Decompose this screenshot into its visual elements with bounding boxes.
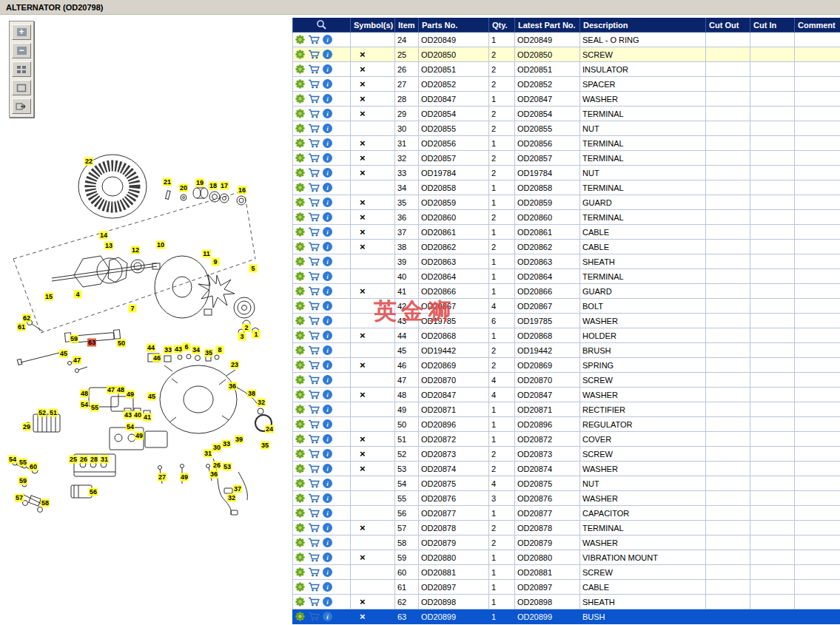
table-row[interactable]: × 25 OD20850 2 OD20850 SCREW xyxy=(293,47,840,62)
header-comment[interactable]: Comment xyxy=(795,18,840,33)
part-label-17[interactable]: 17 xyxy=(220,182,229,190)
gear-icon[interactable] xyxy=(295,612,305,621)
cart-icon[interactable] xyxy=(308,479,320,488)
info-icon[interactable] xyxy=(323,212,332,222)
table-row[interactable]: × 35 OD20859 1 OD20859 GUARD xyxy=(293,195,840,210)
gear-icon[interactable] xyxy=(295,419,305,429)
part-label-55[interactable]: 55 xyxy=(19,459,27,467)
cart-icon[interactable] xyxy=(308,242,320,251)
gear-icon[interactable] xyxy=(295,271,305,281)
part-label-29[interactable]: 29 xyxy=(22,423,31,431)
gear-icon[interactable] xyxy=(295,197,305,207)
cart-icon[interactable] xyxy=(308,538,320,547)
info-icon[interactable] xyxy=(323,197,332,207)
header-latest-part-no[interactable]: Latest Part No. xyxy=(515,18,580,33)
info-icon[interactable] xyxy=(323,64,332,74)
part-label-49[interactable]: 49 xyxy=(135,432,144,440)
part-label-32[interactable]: 32 xyxy=(257,399,266,407)
part-label-3[interactable]: 3 xyxy=(238,333,246,341)
table-row[interactable]: 49 OD20871 1 OD20871 RECTIFIER xyxy=(293,402,840,417)
part-label-61[interactable]: 61 xyxy=(17,323,26,331)
info-icon[interactable] xyxy=(323,612,332,621)
cart-icon[interactable] xyxy=(308,286,320,296)
part-label-7[interactable]: 7 xyxy=(129,305,137,313)
table-row[interactable]: 34 OD20858 1 OD20858 TERMINAL xyxy=(293,180,840,195)
table-row[interactable]: × 41 OD20866 1 OD20866 GUARD xyxy=(293,284,840,299)
cart-icon[interactable] xyxy=(308,508,320,518)
header-description[interactable]: Description xyxy=(580,18,706,33)
part-label-4[interactable]: 4 xyxy=(74,291,82,299)
zoom-out-button[interactable] xyxy=(12,43,31,58)
table-row[interactable]: 61 OD20897 1 OD20897 CABLE xyxy=(293,580,840,595)
cart-icon[interactable] xyxy=(308,523,320,533)
cart-icon[interactable] xyxy=(308,64,320,74)
table-row[interactable]: × 59 OD20880 1 OD20880 VIBRATION MOUNT xyxy=(293,550,840,565)
gear-icon[interactable] xyxy=(295,405,305,414)
diagram-viewer[interactable]: 2221201918171614131210119515472316261596… xyxy=(0,15,292,625)
part-label-48[interactable]: 48 xyxy=(80,390,89,398)
info-icon[interactable] xyxy=(323,183,332,192)
table-row[interactable]: 55 OD20876 3 OD20876 WASHER xyxy=(293,491,840,506)
gear-icon[interactable] xyxy=(295,153,305,163)
table-row[interactable]: 30 OD20855 2 OD20855 NUT xyxy=(293,121,840,136)
table-row[interactable]: × 37 OD20861 1 OD20861 CABLE xyxy=(293,225,840,240)
table-row[interactable]: 39 OD20863 1 OD20863 SHEATH xyxy=(293,254,840,269)
info-icon[interactable] xyxy=(323,390,332,399)
part-label-33[interactable]: 33 xyxy=(222,440,231,448)
part-label-52[interactable]: 52 xyxy=(38,409,47,417)
gear-icon[interactable] xyxy=(295,493,305,503)
gear-icon[interactable] xyxy=(295,64,305,74)
part-label-38[interactable]: 38 xyxy=(247,390,256,398)
info-icon[interactable] xyxy=(323,553,332,562)
info-icon[interactable] xyxy=(323,331,332,340)
part-label-11[interactable]: 11 xyxy=(202,250,211,258)
part-label-24[interactable]: 24 xyxy=(265,425,274,433)
gear-icon[interactable] xyxy=(295,79,305,89)
cart-icon[interactable] xyxy=(308,612,320,621)
table-row[interactable]: × 53 OD20874 2 OD20874 WASHER xyxy=(293,462,840,476)
gear-icon[interactable] xyxy=(295,301,305,311)
header-icons[interactable] xyxy=(293,18,351,33)
part-label-47[interactable]: 47 xyxy=(107,386,115,394)
cart-icon[interactable] xyxy=(308,301,320,311)
cart-icon[interactable] xyxy=(308,345,320,355)
part-label-21[interactable]: 21 xyxy=(163,178,172,186)
info-icon[interactable] xyxy=(323,109,332,118)
gear-icon[interactable] xyxy=(295,168,305,178)
table-row[interactable]: × 62 OD20898 1 OD20898 SHEATH xyxy=(293,595,840,609)
cart-icon[interactable] xyxy=(308,35,320,44)
part-label-44[interactable]: 44 xyxy=(147,344,155,352)
part-label-26[interactable]: 26 xyxy=(212,462,221,470)
info-icon[interactable] xyxy=(323,257,332,266)
part-label-25[interactable]: 25 xyxy=(69,456,78,464)
cart-icon[interactable] xyxy=(308,567,320,577)
cart-icon[interactable] xyxy=(308,212,320,222)
gear-icon[interactable] xyxy=(295,508,305,518)
part-label-60[interactable]: 60 xyxy=(29,463,38,471)
header-cut-in[interactable]: Cut In xyxy=(750,18,795,33)
table-row[interactable]: 56 OD20877 1 OD20877 CAPACITOR xyxy=(293,506,840,521)
info-icon[interactable] xyxy=(323,464,332,473)
part-label-26[interactable]: 26 xyxy=(79,456,88,464)
part-label-45[interactable]: 45 xyxy=(59,350,68,358)
part-label-22[interactable]: 22 xyxy=(84,158,93,166)
info-icon[interactable] xyxy=(323,94,332,104)
info-icon[interactable] xyxy=(323,597,332,607)
cart-icon[interactable] xyxy=(308,331,320,340)
zoom-in-button[interactable] xyxy=(12,24,31,40)
part-label-33[interactable]: 33 xyxy=(164,346,172,354)
part-label-15[interactable]: 15 xyxy=(44,293,53,301)
header-item[interactable]: Item xyxy=(395,18,419,33)
gear-icon[interactable] xyxy=(295,227,305,237)
cart-icon[interactable] xyxy=(308,553,320,562)
info-icon[interactable] xyxy=(323,538,332,547)
part-label-6[interactable]: 6 xyxy=(183,343,191,351)
part-label-54[interactable]: 54 xyxy=(126,423,135,431)
info-icon[interactable] xyxy=(323,301,332,311)
cart-icon[interactable] xyxy=(308,109,320,118)
part-label-43[interactable]: 43 xyxy=(124,411,132,419)
part-label-50[interactable]: 50 xyxy=(117,339,126,348)
table-row[interactable]: × 28 OD20847 1 OD20847 WASHER xyxy=(293,92,840,107)
part-label-18[interactable]: 18 xyxy=(209,182,218,190)
part-label-51[interactable]: 51 xyxy=(49,409,58,417)
